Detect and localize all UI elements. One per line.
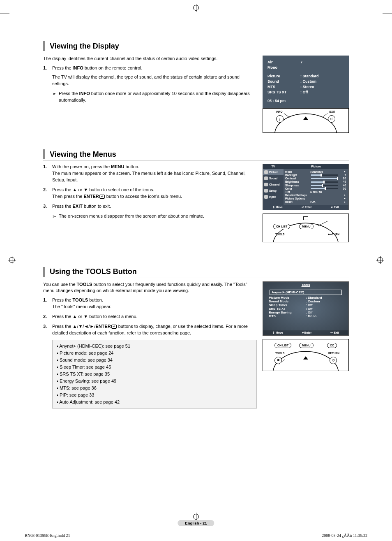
tools-label: TOOLS: [275, 352, 284, 355]
section-bar-icon: [43, 267, 45, 277]
menu-indicator-icon: [303, 216, 308, 220]
page-footer: English - 21: [178, 520, 214, 526]
return-button-icon: ↺: [330, 357, 337, 364]
tools-row: SRS TS XT: Off: [269, 307, 343, 311]
enter-hint: ↵ Enter: [302, 206, 311, 209]
info-label: INFO: [276, 110, 283, 113]
tv-nav-item: Picture: [263, 169, 284, 175]
step-text: Then press the ENTER button to access th…: [52, 193, 257, 200]
exit-label: EXIT: [330, 110, 335, 113]
step-body: The main menu appears on the screen. The…: [52, 170, 257, 183]
step-body: The TV will display the channel, the typ…: [52, 74, 257, 87]
osd-row: Picture: Standard: [267, 74, 344, 79]
tv-menu-row: Backlight7: [285, 174, 346, 176]
svg-line-3: [322, 114, 328, 118]
exit-hint: ↩ Exit: [331, 206, 339, 209]
step-text: Press the INFO button on the remote cont…: [52, 65, 143, 70]
section-title: Viewing the Menus: [50, 150, 116, 159]
tv-menu-row: Reset: OK►: [285, 200, 346, 203]
cc-button-partial: [332, 224, 338, 226]
intro-text: The display identifies the current chann…: [43, 56, 257, 62]
step-number: 1.: [43, 65, 52, 87]
remote-diagram: CH LIST MENU CC TOOLS RETURN ✱ ↺: [263, 339, 349, 371]
step-text: Press the TOOLS button.: [52, 297, 103, 302]
print-footer: BN68-01395E-Eng.indd 21 2008-03-24 ¿ÀÀü …: [25, 533, 367, 538]
reference-box: • Anynet+ (HDMI-CEC): see page 51• Pictu…: [52, 340, 257, 409]
tv-menu-row: Contrast95: [285, 177, 346, 180]
reference-bullet: • Energy Saving: see page 49: [57, 378, 252, 385]
intro-text: You can use the TOOLS button to select y…: [43, 281, 257, 294]
chlist-button: CH LIST: [273, 224, 290, 229]
tv-nav-item: Channel: [263, 181, 284, 188]
tv-menu-row: Color50: [285, 187, 346, 190]
svg-marker-8: [303, 356, 308, 359]
svg-line-6: [318, 221, 327, 226]
tools-button-icon: ✱: [274, 357, 282, 364]
menu-button: MENU: [299, 224, 314, 229]
remote-diagram: INFO i EXIT ▸▯: [263, 108, 349, 133]
tools-row: Sleep Timer: Off: [269, 303, 343, 307]
svg-marker-1: [303, 117, 308, 120]
tv-menu-row: TintG 50 R 50: [285, 190, 346, 193]
return-label: RETURN: [328, 352, 339, 355]
section-viewing-menus: Viewing the Menus 1. With the power on, …: [43, 149, 349, 242]
reference-bullet: • PIP: see page 33: [57, 392, 252, 399]
reference-bullet: • Picture mode: see page 24: [57, 350, 252, 357]
regmark-top: [193, 5, 199, 11]
cropmark: [365, 0, 365, 9]
step-text: Press the ▲ or ▼ button to select a menu…: [52, 313, 257, 320]
regmark-left: [9, 257, 15, 263]
reference-bullet: • Auto Adjustment: see page 42: [57, 399, 252, 406]
section-bar-icon: [43, 41, 45, 51]
osd-row: MTS: Stereo: [267, 84, 344, 90]
section-bar-icon: [43, 149, 45, 159]
svg-line-2: [284, 114, 290, 118]
tools-osd-panel: Tools Anynet+ (HDMI-CEC) Picture Mode: S…: [263, 281, 349, 336]
note-arrow-icon: ➣: [52, 91, 59, 104]
tools-row: Sound Mode: Custom: [269, 300, 343, 303]
reference-bullet: • SRS TS XT: see page 35: [57, 371, 252, 378]
tv-menu-row: Mode: Standard►: [285, 170, 346, 173]
tv-menu-row: Sharpness40: [285, 184, 346, 187]
tv-menu-row: Picture Options►: [285, 197, 346, 200]
tv-nav-item: Setup: [263, 188, 284, 194]
chlist-button: CH LIST: [274, 343, 291, 348]
menu-button: MENU: [299, 343, 314, 348]
note-text: Press the INFO button once more or wait …: [59, 91, 257, 104]
cropmark: [0, 14, 9, 14]
move-hint: ⇕ Move: [272, 206, 282, 209]
cropmark: [27, 0, 27, 9]
section-title: Viewing the Display: [50, 42, 119, 51]
tv-menu-row: Detailed Settings►: [285, 194, 346, 197]
tools-row: Picture Mode: Standard: [269, 296, 343, 300]
step-text: Press the ▲/▼/◄/►/ENTER buttons to displ…: [52, 323, 257, 337]
tv-nav-item: Sound: [263, 175, 284, 181]
step-text: Press the EXIT button to exit.: [52, 204, 111, 209]
tv-nav-item: Input: [263, 194, 284, 200]
regmark-bottom: [193, 514, 199, 520]
reference-bullet: • Sound mode: see page 34: [57, 357, 252, 364]
note-text: The on-screen menus disappear from the s…: [59, 213, 204, 220]
remote-diagram: CH LIST MENU TOOLS ⟵TURN: [263, 214, 349, 242]
osd-info-panel: Air7 Mono Picture: StandardSound: Custom…: [263, 56, 349, 109]
tools-row: Energy Saving: Off: [269, 311, 343, 314]
osd-row: Sound: Custom: [267, 79, 344, 84]
note-arrow-icon: ➣: [52, 213, 59, 220]
tv-menu-row: Brightness45: [285, 180, 346, 183]
cropmark: [383, 14, 392, 14]
step-body: The "Tools" menu will appear.: [52, 304, 257, 310]
enter-icon: [111, 325, 117, 329]
step-text: With the power on, press the MENU button…: [52, 164, 139, 169]
section-viewing-display: Viewing the Display The display identifi…: [43, 41, 349, 133]
tv-menu-osd: TV Picture PictureSoundChannelSetupInput…: [263, 164, 349, 210]
reference-bullet: • Sleep Timer: see page 45: [57, 364, 252, 371]
cc-button: CC: [327, 343, 337, 348]
regmark-right: [377, 257, 383, 263]
return-label: ⟵TURN: [328, 233, 339, 236]
reference-bullet: • Anynet+ (HDMI-CEC): see page 51: [57, 343, 252, 350]
tools-row: MTS: Mono: [269, 314, 343, 318]
osd-row: SRS TS XT: Off: [267, 90, 344, 95]
enter-icon: [99, 195, 105, 199]
tools-label: TOOLS: [275, 233, 284, 236]
step-text: Press the ▲ or ▼ button to select one of…: [52, 187, 257, 193]
